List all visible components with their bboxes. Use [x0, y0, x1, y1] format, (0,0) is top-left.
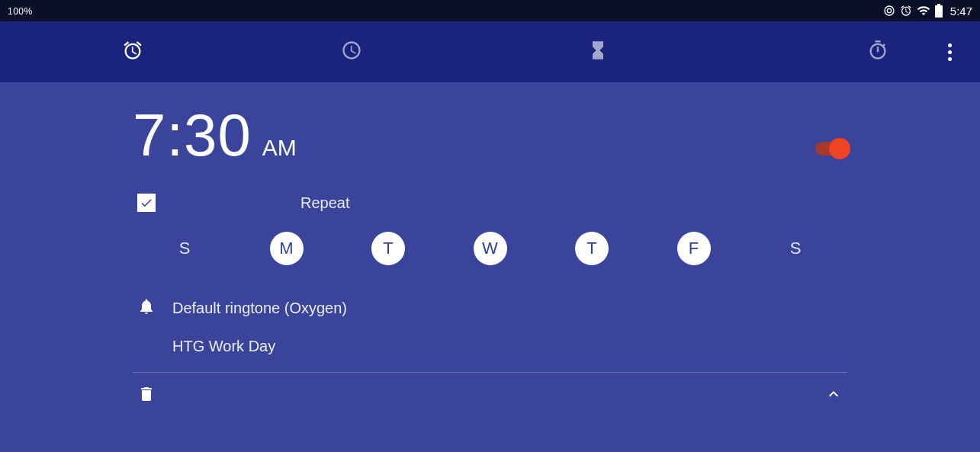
repeat-checkbox[interactable] [137, 194, 156, 212]
collapse-button[interactable] [824, 385, 843, 406]
alarm-detail-panel: 7:30 AM Repeat S M T W T F S Default rin… [0, 82, 980, 452]
tab-timer[interactable] [475, 21, 721, 82]
day-thu[interactable]: T [575, 232, 609, 265]
label-row[interactable]: HTG Work Day [133, 329, 847, 364]
alarm-icon [122, 40, 143, 64]
status-bar: 100% 5:47 [0, 0, 980, 21]
battery-icon [935, 4, 943, 18]
alarm-time-row: 7:30 AM [133, 105, 847, 165]
day-wed[interactable]: W [474, 232, 507, 265]
stopwatch-icon [867, 40, 888, 64]
ringtone-row[interactable]: Default ringtone (Oxygen) [133, 288, 847, 329]
day-mon[interactable]: M [270, 232, 304, 265]
bottom-actions-row [133, 373, 847, 406]
tab-clock[interactable] [229, 21, 475, 82]
day-sat[interactable]: S [779, 232, 812, 265]
target-icon [883, 5, 895, 17]
day-tue[interactable]: T [371, 232, 405, 265]
overflow-menu-button[interactable] [934, 43, 965, 61]
day-sun[interactable]: S [168, 232, 201, 265]
alarm-status-icon [900, 5, 912, 17]
day-fri[interactable]: F [677, 232, 711, 265]
status-time: 5:47 [950, 5, 972, 18]
alarm-ampm-text: AM [262, 135, 297, 161]
battery-percent-text: 100% [8, 6, 33, 17]
svg-point-1 [887, 8, 891, 12]
clock-icon [341, 40, 362, 64]
alarm-time-text: 7:30 [133, 105, 252, 165]
ringtone-text: Default ringtone (Oxygen) [172, 300, 347, 317]
repeat-label: Repeat [300, 194, 350, 212]
wifi-icon [917, 4, 930, 18]
tab-bar [0, 21, 980, 82]
delete-button[interactable] [137, 385, 156, 406]
days-row: S M T W T F S [133, 232, 847, 265]
tab-stopwatch[interactable] [721, 21, 934, 82]
tab-alarm[interactable] [15, 21, 229, 82]
alarm-time-button[interactable]: 7:30 AM [133, 105, 297, 165]
svg-point-0 [885, 6, 894, 15]
alarm-label-text: HTG Work Day [172, 338, 275, 355]
repeat-row[interactable]: Repeat [133, 194, 847, 212]
bell-icon [137, 297, 156, 319]
hourglass-icon [587, 40, 609, 64]
alarm-enable-toggle[interactable] [815, 142, 847, 155]
